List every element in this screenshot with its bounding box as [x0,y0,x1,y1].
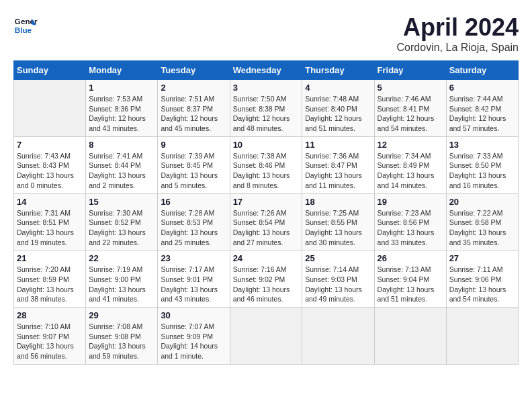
day-number: 29 [89,310,154,320]
day-info: Sunrise: 7:20 AM Sunset: 8:59 PM Dayligh… [17,265,83,304]
day-number: 25 [305,253,371,263]
month-title: April 2024 [397,13,519,42]
day-number: 14 [17,197,83,207]
day-info: Sunrise: 7:11 AM Sunset: 9:06 PM Dayligh… [449,265,515,304]
calendar-cell: 30Sunrise: 7:07 AM Sunset: 9:09 PM Dayli… [158,308,230,365]
calendar-cell: 10Sunrise: 7:38 AM Sunset: 8:46 PM Dayli… [230,136,302,193]
calendar-cell: 21Sunrise: 7:20 AM Sunset: 8:59 PM Dayli… [14,250,86,308]
day-number: 18 [305,197,371,207]
calendar-cell: 27Sunrise: 7:11 AM Sunset: 9:06 PM Dayli… [446,250,518,308]
day-info: Sunrise: 7:17 AM Sunset: 9:01 PM Dayligh… [161,265,226,304]
day-number: 13 [449,140,515,150]
day-number: 12 [378,140,443,150]
calendar-cell: 19Sunrise: 7:23 AM Sunset: 8:56 PM Dayli… [374,193,446,250]
calendar-cell: 23Sunrise: 7:17 AM Sunset: 9:01 PM Dayli… [158,250,230,308]
calendar-cell [374,308,446,365]
calendar-cell [302,308,374,365]
calendar-cell: 18Sunrise: 7:25 AM Sunset: 8:55 PM Dayli… [302,193,374,250]
svg-text:Blue: Blue [15,26,32,34]
day-info: Sunrise: 7:07 AM Sunset: 9:09 PM Dayligh… [161,322,226,361]
calendar-cell [230,308,302,365]
calendar-cell: 16Sunrise: 7:28 AM Sunset: 8:53 PM Dayli… [158,193,230,250]
day-info: Sunrise: 7:10 AM Sunset: 9:07 PM Dayligh… [17,322,83,361]
calendar-cell [446,308,518,365]
calendar-cell: 26Sunrise: 7:13 AM Sunset: 9:04 PM Dayli… [374,250,446,308]
day-number: 1 [89,83,154,93]
calendar-cell: 7Sunrise: 7:43 AM Sunset: 8:43 PM Daylig… [14,136,86,193]
day-info: Sunrise: 7:13 AM Sunset: 9:04 PM Dayligh… [378,265,443,304]
calendar-cell: 5Sunrise: 7:46 AM Sunset: 8:41 PM Daylig… [374,80,446,137]
day-info: Sunrise: 7:36 AM Sunset: 8:47 PM Dayligh… [305,151,371,191]
calendar-cell: 11Sunrise: 7:36 AM Sunset: 8:47 PM Dayli… [302,136,374,193]
calendar-cell: 2Sunrise: 7:51 AM Sunset: 8:37 PM Daylig… [158,80,230,137]
day-number: 24 [233,253,300,263]
weekday-header-cell: Tuesday [158,61,230,80]
calendar-cell: 24Sunrise: 7:16 AM Sunset: 9:02 PM Dayli… [230,250,302,308]
day-info: Sunrise: 7:44 AM Sunset: 8:42 PM Dayligh… [449,94,515,134]
day-info: Sunrise: 7:31 AM Sunset: 8:51 PM Dayligh… [17,208,83,248]
calendar-week-row: 1Sunrise: 7:53 AM Sunset: 8:36 PM Daylig… [14,80,519,137]
day-info: Sunrise: 7:19 AM Sunset: 9:00 PM Dayligh… [89,265,154,304]
day-info: Sunrise: 7:26 AM Sunset: 8:54 PM Dayligh… [233,208,300,248]
calendar-cell: 13Sunrise: 7:33 AM Sunset: 8:50 PM Dayli… [446,136,518,193]
logo-icon: General Blue [13,13,38,38]
day-number: 9 [161,140,226,150]
day-info: Sunrise: 7:39 AM Sunset: 8:45 PM Dayligh… [161,151,226,191]
day-number: 5 [378,83,443,93]
calendar-cell: 29Sunrise: 7:08 AM Sunset: 9:08 PM Dayli… [86,308,158,365]
location-subtitle: Cordovin, La Rioja, Spain [397,42,519,54]
day-info: Sunrise: 7:43 AM Sunset: 8:43 PM Dayligh… [17,151,83,191]
calendar-cell: 20Sunrise: 7:22 AM Sunset: 8:58 PM Dayli… [446,193,518,250]
calendar-week-row: 28Sunrise: 7:10 AM Sunset: 9:07 PM Dayli… [14,308,519,365]
day-info: Sunrise: 7:50 AM Sunset: 8:38 PM Dayligh… [233,94,300,134]
day-info: Sunrise: 7:48 AM Sunset: 8:40 PM Dayligh… [305,94,371,134]
day-info: Sunrise: 7:25 AM Sunset: 8:55 PM Dayligh… [305,208,371,248]
weekday-header-cell: Wednesday [230,61,302,80]
calendar-cell: 9Sunrise: 7:39 AM Sunset: 8:45 PM Daylig… [158,136,230,193]
day-number: 6 [449,83,515,93]
day-info: Sunrise: 7:46 AM Sunset: 8:41 PM Dayligh… [378,94,443,134]
day-number: 19 [378,197,443,207]
day-number: 27 [449,253,515,263]
day-number: 17 [233,197,300,207]
day-info: Sunrise: 7:30 AM Sunset: 8:52 PM Dayligh… [89,208,154,248]
calendar-cell: 28Sunrise: 7:10 AM Sunset: 9:07 PM Dayli… [14,308,86,365]
day-info: Sunrise: 7:16 AM Sunset: 9:02 PM Dayligh… [233,265,300,304]
title-block: April 2024 Cordovin, La Rioja, Spain [397,13,519,54]
calendar-cell: 8Sunrise: 7:41 AM Sunset: 8:44 PM Daylig… [86,136,158,193]
weekday-header-row: SundayMondayTuesdayWednesdayThursdayFrid… [14,61,519,80]
day-info: Sunrise: 7:08 AM Sunset: 9:08 PM Dayligh… [89,322,154,361]
day-info: Sunrise: 7:38 AM Sunset: 8:46 PM Dayligh… [233,151,300,191]
day-number: 26 [378,253,443,263]
calendar-cell: 6Sunrise: 7:44 AM Sunset: 8:42 PM Daylig… [446,80,518,137]
day-number: 3 [233,83,300,93]
calendar-week-row: 14Sunrise: 7:31 AM Sunset: 8:51 PM Dayli… [14,193,519,250]
page-header: General Blue April 2024 Cordovin, La Rio… [13,13,519,54]
calendar-cell: 25Sunrise: 7:14 AM Sunset: 9:03 PM Dayli… [302,250,374,308]
day-number: 8 [89,140,154,150]
day-info: Sunrise: 7:28 AM Sunset: 8:53 PM Dayligh… [161,208,226,248]
day-number: 2 [161,83,226,93]
calendar-cell: 15Sunrise: 7:30 AM Sunset: 8:52 PM Dayli… [86,193,158,250]
day-number: 28 [17,310,83,320]
day-number: 23 [161,253,226,263]
weekday-header-cell: Sunday [14,61,86,80]
calendar-week-row: 21Sunrise: 7:20 AM Sunset: 8:59 PM Dayli… [14,250,519,308]
calendar-body: 1Sunrise: 7:53 AM Sunset: 8:36 PM Daylig… [14,80,519,365]
day-number: 10 [233,140,300,150]
calendar-cell: 4Sunrise: 7:48 AM Sunset: 8:40 PM Daylig… [302,80,374,137]
weekday-header-cell: Thursday [302,61,374,80]
weekday-header-cell: Monday [86,61,158,80]
day-info: Sunrise: 7:41 AM Sunset: 8:44 PM Dayligh… [89,151,154,191]
calendar-cell: 14Sunrise: 7:31 AM Sunset: 8:51 PM Dayli… [14,193,86,250]
day-number: 21 [17,253,83,263]
weekday-header-cell: Saturday [446,61,518,80]
day-number: 15 [89,197,154,207]
calendar-cell: 17Sunrise: 7:26 AM Sunset: 8:54 PM Dayli… [230,193,302,250]
day-number: 11 [305,140,371,150]
day-info: Sunrise: 7:51 AM Sunset: 8:37 PM Dayligh… [161,94,226,134]
day-number: 4 [305,83,371,93]
weekday-header-cell: Friday [374,61,446,80]
calendar-week-row: 7Sunrise: 7:43 AM Sunset: 8:43 PM Daylig… [14,136,519,193]
calendar-cell: 1Sunrise: 7:53 AM Sunset: 8:36 PM Daylig… [86,80,158,137]
